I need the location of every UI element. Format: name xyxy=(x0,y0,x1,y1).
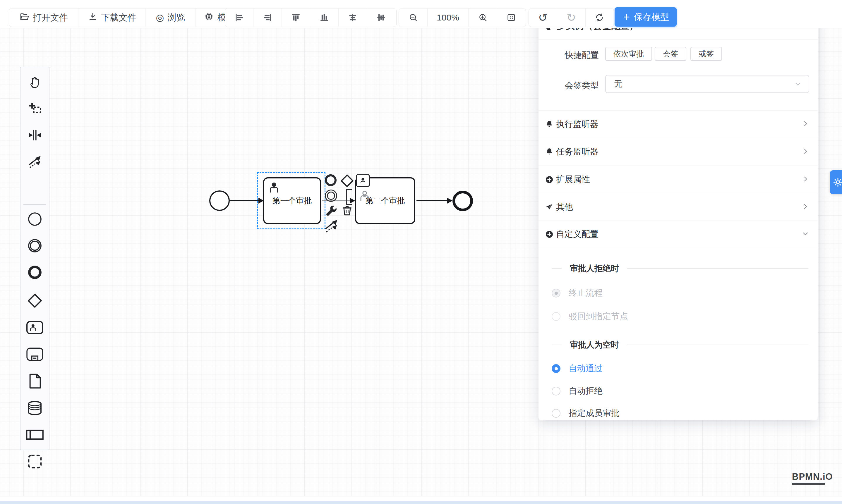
user-icon xyxy=(359,177,367,184)
bell-icon xyxy=(545,120,554,129)
section-label: 任务监听器 xyxy=(556,146,802,158)
sequence-flow-3[interactable] xyxy=(417,200,448,201)
empty-divider: 审批人为空时 xyxy=(539,339,818,350)
connect-button[interactable] xyxy=(323,218,339,234)
create-data-store[interactable] xyxy=(25,399,44,417)
zoom-group: 100% xyxy=(399,8,526,27)
intermediate-event-icon xyxy=(325,190,337,202)
selection-outline xyxy=(257,172,326,229)
align-top-icon xyxy=(291,13,301,22)
end-event-icon xyxy=(325,174,337,186)
radio-label: 终止流程 xyxy=(569,287,602,299)
radio-icon xyxy=(552,312,560,321)
bpmn-io-logo-underline xyxy=(792,483,825,485)
zoom-in-icon xyxy=(478,13,488,22)
data-store-icon xyxy=(27,400,43,416)
sequence-flow-1[interactable] xyxy=(229,200,259,201)
create-gateway[interactable] xyxy=(25,291,44,310)
radio-icon xyxy=(552,409,560,418)
quick-option-sequential[interactable]: 依次审批 xyxy=(605,47,652,61)
quick-option-orsign[interactable]: 或签 xyxy=(690,47,722,61)
zoom-level-value: 100% xyxy=(437,13,459,22)
countersign-type-value: 无 xyxy=(614,78,794,90)
space-tool[interactable] xyxy=(25,126,44,144)
align-right-button[interactable] xyxy=(253,8,282,26)
align-bottom-button[interactable] xyxy=(310,8,339,26)
create-end-event[interactable] xyxy=(25,263,44,282)
countersign-type-select[interactable]: 无 xyxy=(605,75,809,93)
lasso-tool[interactable] xyxy=(25,99,44,118)
radio-terminate-process[interactable]: 终止流程 xyxy=(552,287,602,299)
append-gateway-button[interactable] xyxy=(339,173,355,188)
download-file-button[interactable]: 下载文件 xyxy=(78,8,146,26)
create-subprocess[interactable] xyxy=(25,345,44,364)
section-execution-listeners[interactable]: 执行监听器 xyxy=(539,110,818,138)
create-group[interactable] xyxy=(25,452,44,471)
open-file-label: 打开文件 xyxy=(33,12,68,24)
change-type-button[interactable] xyxy=(324,204,338,218)
gear-icon xyxy=(832,177,842,187)
zoom-level[interactable]: 100% xyxy=(427,8,469,26)
section-extended-properties[interactable]: 扩展属性 xyxy=(539,165,818,193)
browse-icon: ◎ xyxy=(156,13,164,22)
radio-icon xyxy=(552,387,560,395)
download-icon xyxy=(88,12,98,24)
radio-auto-pass[interactable]: 自动通过 xyxy=(552,363,602,374)
append-intermediate-event-button[interactable] xyxy=(325,190,337,202)
redo-button[interactable]: ↻ xyxy=(557,8,585,26)
append-end-event-button[interactable] xyxy=(325,174,337,186)
radio-assign-member[interactable]: 指定成员审批 xyxy=(552,408,619,419)
section-label: 其他 xyxy=(556,201,802,213)
append-task-button[interactable] xyxy=(356,174,370,187)
create-intermediate-event[interactable] xyxy=(25,236,44,255)
create-user-task[interactable] xyxy=(25,318,44,337)
group-icon xyxy=(27,453,43,470)
refresh-button[interactable] xyxy=(585,8,613,26)
undo-button[interactable]: ↺ xyxy=(529,8,557,26)
quick-option-label: 依次审批 xyxy=(613,49,644,59)
fit-viewport-button[interactable] xyxy=(497,8,525,26)
align-left-button[interactable] xyxy=(225,8,253,26)
create-start-event[interactable] xyxy=(25,210,44,229)
append-text-annotation-button[interactable] xyxy=(346,189,353,205)
section-task-listeners[interactable]: 任务监听器 xyxy=(539,138,818,165)
bpmn-io-logo[interactable]: BPMN.iO xyxy=(792,471,833,485)
panel-toggle-tab[interactable] xyxy=(830,170,842,194)
align-center-vertical-icon xyxy=(376,13,386,22)
quick-option-countersign[interactable]: 会签 xyxy=(655,47,686,61)
align-center-vertical-button[interactable] xyxy=(367,8,395,26)
create-participant[interactable] xyxy=(25,425,44,444)
bottom-edge-bar xyxy=(0,501,842,504)
open-file-button[interactable]: 打开文件 xyxy=(9,8,78,26)
radio-icon xyxy=(552,364,560,373)
quick-option-label: 或签 xyxy=(699,49,714,59)
align-center-horizontal-button[interactable] xyxy=(339,8,367,26)
start-event[interactable] xyxy=(209,191,230,211)
hand-tool[interactable] xyxy=(25,72,44,91)
chip-icon xyxy=(204,12,214,24)
reject-title: 审批人拒绝时 xyxy=(570,263,619,274)
preview-button[interactable]: ◎ 浏览 xyxy=(146,8,195,26)
zoom-out-button[interactable] xyxy=(399,8,427,26)
quick-option-label: 会签 xyxy=(663,49,678,59)
section-custom-config[interactable]: 自定义配置 xyxy=(539,220,818,248)
file-actions-group: 打开文件 下载文件 ◎ 浏览 模拟 xyxy=(9,8,244,27)
align-top-button[interactable] xyxy=(282,8,310,26)
radio-auto-reject[interactable]: 自动拒绝 xyxy=(552,385,602,397)
preview-label: 浏览 xyxy=(168,12,185,24)
intermediate-event-icon xyxy=(27,237,43,254)
folder-open-icon xyxy=(19,12,29,24)
create-data-object[interactable] xyxy=(25,372,44,391)
connect-tool[interactable] xyxy=(25,152,44,171)
bpmn-editor-app: 打开文件 下载文件 ◎ 浏览 模拟 xyxy=(0,0,842,504)
section-others[interactable]: 其他 xyxy=(539,193,818,220)
trash-icon xyxy=(341,204,353,217)
radio-return-to-node[interactable]: 驳回到指定节点 xyxy=(552,311,628,322)
save-model-button[interactable]: 保存模型 xyxy=(615,7,677,26)
sequence-flow-3-arrowhead xyxy=(447,198,453,203)
start-event-icon xyxy=(27,211,43,227)
end-event[interactable] xyxy=(453,191,473,211)
align-center-horizontal-icon xyxy=(348,13,358,22)
zoom-in-button[interactable] xyxy=(469,8,497,26)
delete-button[interactable] xyxy=(341,204,353,217)
